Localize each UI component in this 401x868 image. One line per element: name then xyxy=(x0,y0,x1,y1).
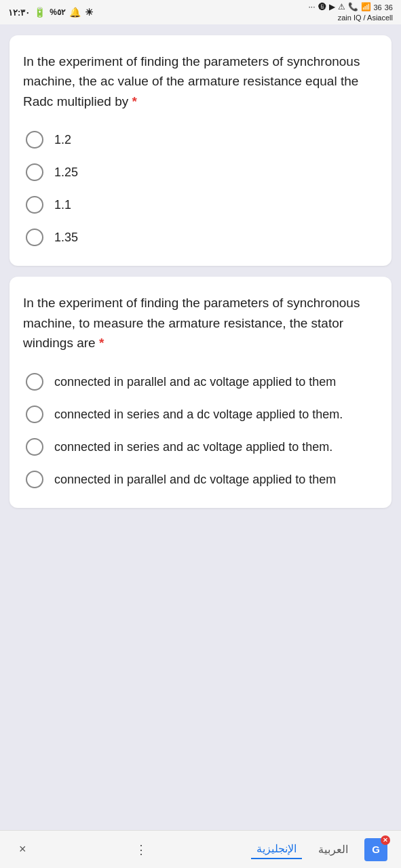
option-label-q2o2: connected in series and a dc voltage app… xyxy=(54,405,343,424)
options-list-1: 1.2 1.25 1.1 1.35 xyxy=(23,130,378,247)
dots-icon: ··· xyxy=(308,2,315,13)
status-right: ··· 🅖 ▶ ⚠ 📞 📶 36 36 zain IQ / Asiacell xyxy=(308,2,393,22)
status-icons: ··· 🅖 ▶ ⚠ 📞 📶 36 36 xyxy=(308,2,393,13)
option-item-q1o2[interactable]: 1.25 xyxy=(26,163,378,182)
option-item-q1o4[interactable]: 1.35 xyxy=(26,228,378,247)
brightness-icon: ☀ xyxy=(85,7,94,18)
option-item-q2o1[interactable]: connected in parallel and ac voltage app… xyxy=(26,372,378,391)
option-label-q2o3: connected in series and ac voltage appli… xyxy=(54,437,332,456)
phone-icon: 📞 xyxy=(348,2,358,13)
play-icon: ▶ xyxy=(329,2,335,13)
option-label-q1o4: 1.35 xyxy=(54,228,78,247)
lang-arabic-button[interactable]: العربية xyxy=(313,840,354,859)
carrier-app: zain IQ / Asiacell xyxy=(338,13,393,22)
wifi-icon: 📶 xyxy=(361,2,371,13)
option-item-q1o3[interactable]: 1.1 xyxy=(26,195,378,214)
option-label-q1o3: 1.1 xyxy=(54,195,71,214)
warning-icon: ⚠ xyxy=(338,2,345,13)
status-bar: ١٢:٣٠ 🔋 %٥٢ 🔔 ☀ ··· 🅖 ▶ ⚠ 📞 📶 36 36 zain… xyxy=(0,0,401,24)
language-group: الإنجليزية العربية G ✕ xyxy=(251,838,387,861)
radio-q1o4[interactable] xyxy=(26,229,43,246)
radio-q2o4[interactable] xyxy=(26,471,43,488)
options-list-2: connected in parallel and ac voltage app… xyxy=(23,372,378,489)
google-translate-button[interactable]: G ✕ xyxy=(364,838,387,861)
main-content: In the experiment of finding the paramet… xyxy=(0,24,401,830)
signal-percent: %٥٢ xyxy=(50,7,65,17)
radio-q2o3[interactable] xyxy=(26,438,43,456)
radio-q1o1[interactable] xyxy=(26,131,43,149)
google-icon: 🅖 xyxy=(318,2,326,13)
radio-q1o2[interactable] xyxy=(26,163,43,181)
radio-q2o2[interactable] xyxy=(26,406,43,423)
option-item-q2o2[interactable]: connected in series and a dc voltage app… xyxy=(26,405,378,424)
option-label-q2o1: connected in parallel and ac voltage app… xyxy=(54,372,336,391)
option-label-q2o4: connected in parallel and dc voltage app… xyxy=(54,470,336,489)
question-card-1: In the experiment of finding the paramet… xyxy=(9,35,392,266)
bottom-bar: × ⋮ الإنجليزية العربية G ✕ xyxy=(0,830,401,868)
option-item-q2o3[interactable]: connected in series and ac voltage appli… xyxy=(26,437,378,456)
option-label-q1o2: 1.25 xyxy=(54,163,78,182)
status-left: ١٢:٣٠ 🔋 %٥٢ 🔔 ☀ xyxy=(8,7,94,18)
option-label-q1o1: 1.2 xyxy=(54,130,71,149)
question-text-1: In the experiment of finding the paramet… xyxy=(23,52,378,111)
notification-icon: 🔔 xyxy=(69,7,81,18)
close-button[interactable]: × xyxy=(14,837,32,862)
option-item-q2o4[interactable]: connected in parallel and dc voltage app… xyxy=(26,470,378,489)
translate-x-icon: ✕ xyxy=(381,835,390,845)
battery-icon: 🔋 xyxy=(34,7,45,18)
question-text-2: In the experiment of finding the paramet… xyxy=(23,293,378,353)
signal-icon: 36 xyxy=(374,3,382,12)
question-card-2: In the experiment of finding the paramet… xyxy=(9,277,392,507)
required-star-1: * xyxy=(132,94,137,108)
menu-button[interactable]: ⋮ xyxy=(130,837,153,863)
option-item-q1o1[interactable]: 1.2 xyxy=(26,130,378,149)
lang-english-button[interactable]: الإنجليزية xyxy=(251,840,302,859)
radio-q2o1[interactable] xyxy=(26,373,43,391)
required-star-2: * xyxy=(99,336,104,350)
status-time: ١٢:٣٠ xyxy=(8,7,30,18)
radio-q1o3[interactable] xyxy=(26,196,43,214)
signal-icon2: 36 xyxy=(385,3,393,12)
